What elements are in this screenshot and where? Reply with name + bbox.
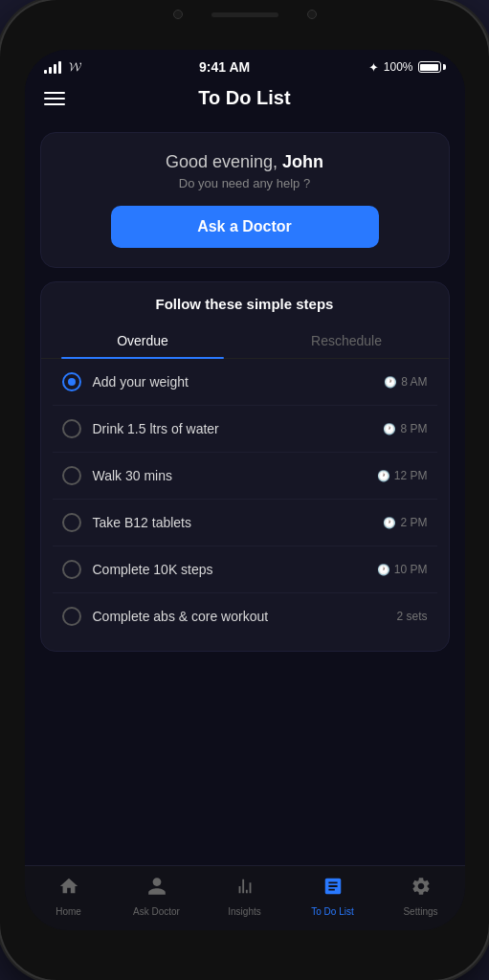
task-label-2: Drink 1.5 ltrs of water (93, 421, 219, 436)
page-title: To Do List (198, 87, 290, 109)
nav-ask-doctor[interactable]: Ask Doctor (128, 876, 186, 917)
wifi-icon: 𝓦 (69, 59, 81, 75)
task-label-6: Complete abs & core workout (93, 609, 269, 624)
greeting-card: Good evening, John Do you need any help … (40, 132, 450, 268)
nav-insights-label: Insights (228, 906, 260, 917)
clock-icon: 🕐 (377, 470, 390, 482)
battery-icon (418, 61, 446, 73)
nav-home-label: Home (56, 906, 81, 917)
task-checkbox-5[interactable] (62, 560, 81, 579)
phone-screen: 𝓦 9:41 AM ✦ 100% To Do List (25, 50, 465, 930)
clock-display: 9:41 AM (199, 59, 250, 75)
clock-icon: 🕐 (383, 423, 396, 435)
task-time-6: 2 sets (396, 610, 427, 623)
nav-todo-list[interactable]: To Do List (304, 876, 362, 917)
menu-button[interactable] (44, 92, 65, 105)
task-item: Complete abs & core workout 2 sets (53, 593, 437, 639)
main-content: Good evening, John Do you need any help … (25, 121, 465, 865)
task-item: Add your weight 🕐 8 AM (53, 359, 437, 406)
greeting-text: Good evening, John (56, 152, 433, 172)
clock-icon: 🕐 (384, 376, 397, 389)
nav-insights[interactable]: Insights (216, 876, 274, 917)
notch-area (173, 10, 317, 19)
nav-home[interactable]: Home (40, 876, 98, 917)
sensor-dot (307, 10, 317, 19)
battery-percentage: 100% (384, 60, 413, 74)
task-list: Add your weight 🕐 8 AM Drink 1.5 ltrs of… (41, 359, 449, 651)
task-time-5: 🕐 10 PM (377, 563, 428, 576)
greeting-subtitle: Do you need any help ? (56, 176, 433, 190)
task-item: Take B12 tablets 🕐 2 PM (53, 500, 437, 546)
task-checkbox-2[interactable] (62, 419, 81, 438)
task-checkbox-3[interactable] (62, 466, 81, 485)
ask-doctor-icon (146, 876, 167, 902)
bottom-navigation: Home Ask Doctor Insights (25, 865, 465, 930)
user-name: John (282, 152, 323, 171)
phone-frame: 𝓦 9:41 AM ✦ 100% To Do List (0, 0, 489, 980)
todo-list-icon (322, 876, 344, 902)
home-icon (58, 876, 79, 902)
greeting-prefix: Good evening, (166, 152, 282, 171)
status-right: ✦ 100% (368, 60, 446, 75)
steps-section: Follow these simple steps Overdue Resche… (40, 281, 450, 652)
tab-overdue[interactable]: Overdue (41, 323, 245, 358)
task-label-1: Add your weight (93, 374, 189, 390)
task-checkbox-4[interactable] (62, 513, 81, 532)
bluetooth-icon: ✦ (368, 60, 379, 75)
status-left: 𝓦 (44, 59, 81, 75)
ask-doctor-button[interactable]: Ask a Doctor (111, 206, 379, 248)
nav-todo-label: To Do List (311, 906, 353, 917)
insights-icon (234, 876, 256, 902)
tab-bar: Overdue Reschedule (41, 323, 449, 359)
clock-icon: 🕐 (377, 564, 390, 576)
task-time-2: 🕐 8 PM (383, 422, 427, 435)
task-label-5: Complete 10K steps (93, 562, 213, 577)
speaker (211, 12, 278, 17)
task-label-3: Walk 30 mins (93, 468, 173, 483)
task-label-4: Take B12 tablets (93, 515, 192, 530)
nav-ask-doctor-label: Ask Doctor (133, 906, 180, 917)
task-item: Walk 30 mins 🕐 12 PM (53, 453, 437, 500)
task-time-1: 🕐 8 AM (384, 375, 427, 389)
clock-icon: 🕐 (383, 517, 396, 529)
steps-heading: Follow these simple steps (41, 282, 449, 312)
task-checkbox-1[interactable] (62, 372, 81, 391)
task-checkbox-6[interactable] (62, 607, 81, 626)
task-item: Drink 1.5 ltrs of water 🕐 8 PM (53, 406, 437, 453)
task-time-3: 🕐 12 PM (377, 469, 428, 482)
task-time-4: 🕐 2 PM (383, 516, 427, 529)
nav-settings[interactable]: Settings (392, 876, 450, 917)
nav-settings-label: Settings (403, 906, 437, 917)
settings-icon (411, 876, 432, 902)
tab-reschedule[interactable]: Reschedule (245, 323, 449, 358)
status-bar: 𝓦 9:41 AM ✦ 100% (25, 50, 465, 79)
signal-icon (44, 60, 61, 74)
front-camera (173, 10, 183, 19)
app-header: To Do List (25, 79, 465, 121)
task-item: Complete 10K steps 🕐 10 PM (53, 546, 437, 593)
